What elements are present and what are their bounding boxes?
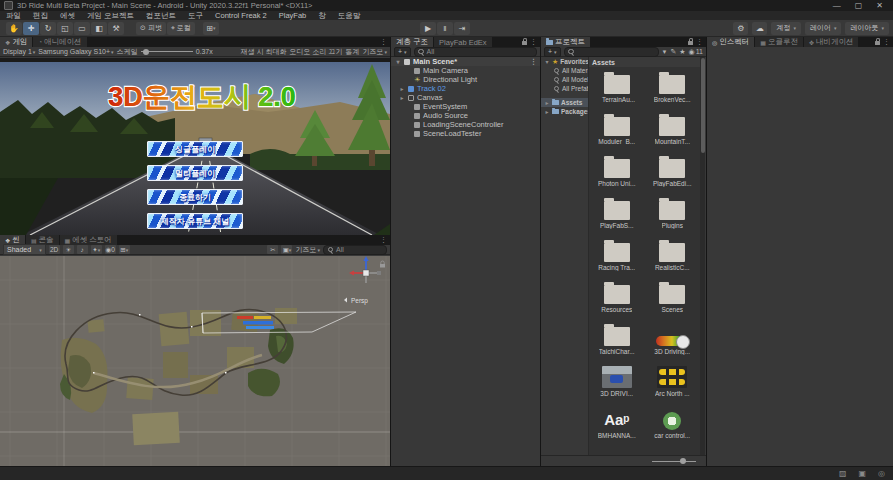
hierarchy-lock-icon[interactable] [522, 41, 527, 45]
asset-item[interactable]: Racing Tra... [589, 235, 645, 277]
asset-item-partial[interactable] [645, 445, 701, 455]
activity-icon[interactable]: ▣ [858, 469, 866, 478]
progress-icon[interactable]: ▨ [839, 469, 847, 478]
scale-tool-button[interactable]: ◱ [57, 22, 73, 35]
multi-play-button[interactable]: 멀티플레이 [147, 165, 243, 181]
grid-snap-button[interactable]: ⊞▾ [203, 22, 219, 35]
asset-item[interactable]: Arc North ... [645, 361, 701, 403]
audio-toggle[interactable]: ♪ [77, 245, 88, 254]
menu-file[interactable]: 파일 [0, 11, 27, 20]
menu-window[interactable]: 창 [312, 11, 332, 20]
thumbnail-size-slider[interactable] [652, 461, 696, 462]
maximize-button[interactable]: ▢ [855, 1, 863, 10]
layout-dropdown[interactable]: 레이아웃▾ [845, 22, 889, 35]
project-scrollbar[interactable] [700, 57, 705, 455]
hierarchy-item-canvas[interactable]: ▸Canvas [391, 93, 540, 102]
hierarchy-item-main-camera[interactable]: Main Camera [391, 66, 540, 75]
pivot-toggle[interactable]: ⊙피벗 [136, 22, 166, 35]
collapse-icon[interactable]: ▾ [395, 58, 401, 65]
asset-item[interactable]: TaichiChar... [589, 319, 645, 361]
grid-visibility-dropdown[interactable]: ⊞▾ [119, 245, 130, 254]
hierarchy-search-input[interactable]: All [414, 47, 537, 57]
asset-item-partial[interactable] [589, 445, 645, 455]
hierarchy-item-directional-light[interactable]: ☀Directional Light [391, 75, 540, 84]
scene-tools-icon[interactable]: ✂ [267, 245, 278, 254]
close-button[interactable]: ✕ [876, 1, 883, 10]
stats-toggle[interactable]: 통계 [345, 47, 359, 57]
project-create-button[interactable]: +▾ [544, 47, 561, 57]
scene-search-input[interactable]: All [323, 245, 387, 255]
menu-assets[interactable]: 에셋 [54, 11, 81, 20]
menu-tools[interactable]: 도구 [182, 11, 209, 20]
hierarchy-create-button[interactable]: +▾ [394, 47, 411, 57]
menu-controlfreak[interactable]: Control Freak 2 [209, 11, 273, 20]
persp-label[interactable]: Persp [351, 297, 368, 305]
expand-icon[interactable]: ▸ [399, 85, 405, 92]
project-menu-icon[interactable]: ⋮ [696, 38, 703, 46]
aspect-dropdown[interactable]: Samsung Galaxy S10+▾ [38, 48, 113, 55]
tab-hierarchy[interactable]: 계층 구조 [391, 37, 433, 47]
asset-item[interactable]: _TerrainAu... [589, 67, 645, 109]
tab-playfab-edex[interactable]: PlayFab EdEx [434, 37, 492, 47]
asset-item[interactable]: Plugins [645, 193, 701, 235]
hidden-packages-count[interactable]: ◉11 [689, 48, 703, 56]
mute-audio-toggle[interactable]: 오디오 소리 끄기 [290, 47, 343, 57]
hierarchy-menu-icon[interactable]: ⋮ [530, 38, 537, 46]
asset-item[interactable]: 3D DRIVI... [589, 361, 645, 403]
game-gizmos-dropdown[interactable]: 기즈모▾ [362, 47, 387, 57]
scrollbar-thumb[interactable] [701, 58, 705, 153]
asset-item[interactable]: Photon Uni... [589, 151, 645, 193]
scene-header-row[interactable]: ▾ Main Scene* ⋮ [391, 57, 540, 66]
search-by-label-icon[interactable]: ✎ [670, 48, 676, 56]
scene-menu-icon[interactable]: ⋮ [530, 58, 540, 66]
project-lock-icon[interactable] [688, 41, 693, 45]
tab-animation[interactable]: ◔애니메이션 [33, 37, 86, 47]
2d-toggle[interactable]: 2D [49, 245, 60, 254]
asset-item[interactable]: BrokenVec... [645, 67, 701, 109]
play-button[interactable]: ▶ [420, 22, 436, 35]
fav-all-materials[interactable]: All Materials [541, 66, 588, 75]
tab-occlusion[interactable]: ▦오클루전 [755, 37, 803, 47]
scene-gizmos-dropdown[interactable]: 기즈모▾ [295, 245, 320, 255]
asset-item[interactable]: RealisticC... [645, 235, 701, 277]
hidden-objects-count[interactable]: ◉0 [105, 245, 116, 254]
lighting-toggle[interactable]: ☀ [63, 245, 74, 254]
cloud-services-button[interactable]: ☁ [752, 22, 767, 35]
asset-item[interactable]: PlayFabS... [589, 193, 645, 235]
scene-panel-menu-icon[interactable]: ⋮ [380, 236, 387, 244]
scale-slider[interactable] [141, 51, 193, 52]
effects-dropdown[interactable]: ✦▾ [91, 245, 102, 254]
tab-inspector[interactable]: ◎인스펙터 [707, 37, 754, 47]
hand-tool-button[interactable]: ✋ [6, 22, 22, 35]
hierarchy-item-eventsystem[interactable]: EventSystem [391, 102, 540, 111]
inspector-lock-icon[interactable] [875, 41, 880, 45]
hierarchy-item-track02[interactable]: ▸Track 02 [391, 84, 540, 93]
asset-item[interactable]: Scenes [645, 277, 701, 319]
asset-item[interactable]: BMHANNA... [589, 403, 645, 445]
game-panel-menu-icon[interactable]: ⋮ [380, 38, 387, 46]
inspector-menu-icon[interactable]: ⋮ [883, 38, 890, 46]
rotate-tool-button[interactable]: ↻ [40, 22, 56, 35]
pause-button[interactable]: ‖ [437, 22, 453, 35]
youtube-channel-button[interactable]: 제작자 유튜브 채널 [147, 213, 243, 229]
scene-camera-dropdown[interactable]: ▣▾ [281, 245, 292, 254]
shading-mode-dropdown[interactable]: Shaded▾ [3, 244, 46, 255]
assets-root-row[interactable]: ▸Assets [541, 98, 588, 107]
settings-gear-button[interactable]: ⚙ [733, 22, 748, 35]
custom-tool-button[interactable]: ⚒ [108, 22, 124, 35]
favorites-row[interactable]: ▾★Favorites [541, 57, 588, 66]
display-dropdown[interactable]: Display 1▾ [3, 48, 35, 55]
hierarchy-item-scene-load-tester[interactable]: SceneLoadTester [391, 129, 540, 138]
game-viewport[interactable]: 3D운전도시 2.0 3D운전도시 2.0 싱글플레이 멀티플레이 종료하기 제… [0, 58, 390, 235]
single-play-button[interactable]: 싱글플레이 [147, 141, 243, 157]
menu-help[interactable]: 도움말 [332, 11, 367, 20]
tab-project[interactable]: 프로젝트 [541, 37, 590, 47]
rect-tool-button[interactable]: ▭ [74, 22, 90, 35]
menu-gameobject[interactable]: 게임 오브젝트 [81, 11, 140, 20]
hierarchy-item-audio-source[interactable]: Audio Source [391, 111, 540, 120]
refresh-icon[interactable]: ◎ [878, 469, 885, 478]
menu-edit[interactable]: 편집 [27, 11, 54, 20]
hierarchy-item-loading-scene-controller[interactable]: LoadingSceneController [391, 120, 540, 129]
asset-item[interactable]: 3D Driving... [645, 319, 701, 361]
asset-item[interactable]: car control... [645, 403, 701, 445]
